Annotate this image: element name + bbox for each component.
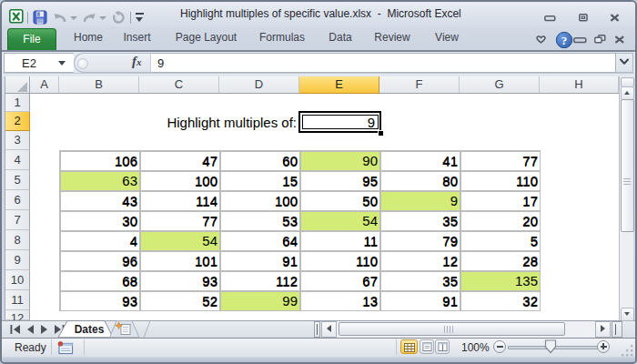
svg-text:?: ? (561, 34, 568, 47)
